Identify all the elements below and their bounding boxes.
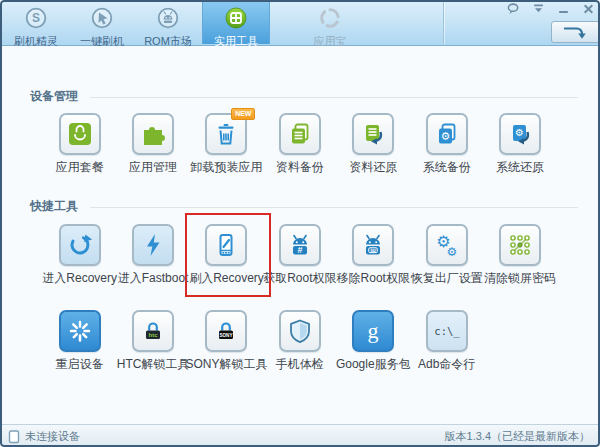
tool-item-remove-root[interactable]: su 移除Root权限 bbox=[337, 224, 410, 287]
sony-lock-icon: SONY bbox=[213, 318, 239, 344]
tool-item-label: Adb命令行 bbox=[418, 356, 475, 373]
tool-item-factory-reset[interactable]: ⚙ ⚙ 恢复出厂设置 bbox=[410, 224, 483, 287]
phone-flash-icon bbox=[213, 232, 239, 258]
tool-item-get-root[interactable]: # 获取Root权限 bbox=[263, 224, 336, 287]
tool-item-clear-lock-pattern[interactable]: 清除锁屏密码 bbox=[483, 224, 556, 287]
tool-item-label: 资料备份 bbox=[276, 159, 324, 176]
cursor-icon bbox=[91, 7, 113, 29]
puzzle-piece-icon bbox=[140, 121, 166, 147]
htc-lock-icon: htc bbox=[140, 318, 166, 344]
svg-text:g: g bbox=[368, 318, 379, 343]
tab-rom-market[interactable]: ROM市场 bbox=[135, 1, 201, 44]
system-restore-icon: ⚙ bbox=[507, 121, 533, 147]
tab-app-store[interactable]: 应用宝 bbox=[297, 1, 363, 44]
tool-item-label: 卸载预装应用 bbox=[190, 159, 262, 176]
shopping-bag-icon bbox=[67, 121, 93, 147]
refresh-circle-icon bbox=[67, 232, 93, 258]
nav-divider bbox=[443, 1, 444, 44]
version-info: 版本1.3.4（已经是最新版本） bbox=[445, 425, 590, 447]
tool-item-htc-unlock[interactable]: htc HTC解锁工具 bbox=[116, 310, 189, 373]
tool-item-label: 系统备份 bbox=[423, 159, 471, 176]
feedback-icon[interactable] bbox=[505, 2, 521, 15]
pattern-lock-icon bbox=[507, 232, 533, 258]
restart-burst-icon bbox=[67, 318, 93, 344]
tool-item-label: 系统还原 bbox=[496, 159, 544, 176]
tool-item-restart-device[interactable]: 重启设备 bbox=[43, 310, 116, 373]
tool-item-label: 进入Fastboot bbox=[118, 270, 189, 287]
menu-icon[interactable] bbox=[530, 2, 546, 15]
tab-one-key-flash[interactable]: 一键刷机 bbox=[69, 1, 135, 44]
tool-item-enter-recovery[interactable]: 进入Recovery bbox=[43, 224, 116, 287]
tool-item-label: 资料还原 bbox=[349, 159, 397, 176]
main-content: 设备管理 应用套餐 应用管理 bbox=[0, 46, 600, 424]
svg-text:S: S bbox=[32, 11, 40, 25]
section-title-quick-tools: 快捷工具 bbox=[30, 198, 78, 215]
android-root-icon: # bbox=[287, 232, 313, 258]
minimize-icon[interactable] bbox=[555, 2, 571, 15]
tool-item-app-bundle[interactable]: 应用套餐 bbox=[43, 113, 116, 176]
gears-icon: ⚙ ⚙ bbox=[434, 232, 460, 258]
tool-item-label: 获取Root权限 bbox=[263, 270, 336, 287]
documents-backup-icon bbox=[287, 121, 313, 147]
version-text: 版本1.3.4（已经是最新版本） bbox=[445, 429, 590, 444]
phone-icon bbox=[8, 430, 20, 444]
swirl-icon bbox=[319, 7, 341, 29]
status-bar: 未连接设备 版本1.3.4（已经是最新版本） bbox=[0, 424, 600, 447]
svg-text:⚙: ⚙ bbox=[515, 127, 524, 138]
command-prompt-icon: c:\_ bbox=[432, 318, 462, 344]
tool-item-data-backup[interactable]: 资料备份 bbox=[263, 113, 336, 176]
shield-icon bbox=[287, 318, 313, 344]
tool-item-adb-commandline[interactable]: c:\_ Adb命令行 bbox=[410, 310, 483, 373]
tool-item-label: Google服务包 bbox=[336, 356, 411, 373]
tool-item-system-restore[interactable]: ⚙ 系统还原 bbox=[483, 113, 556, 176]
window-controls bbox=[505, 2, 596, 15]
tool-item-system-backup[interactable]: ⚙ 系统备份 bbox=[410, 113, 483, 176]
section-title-device-management: 设备管理 bbox=[30, 88, 78, 105]
svg-text:su: su bbox=[370, 248, 376, 253]
trash-can-icon bbox=[213, 121, 239, 147]
s-logo-icon: S bbox=[25, 7, 47, 29]
tool-item-label: SONY解锁工具 bbox=[185, 356, 267, 373]
tool-item-data-restore[interactable]: 资料还原 bbox=[337, 113, 410, 176]
section-divider bbox=[90, 97, 578, 98]
tab-utilities[interactable]: 实用工具 bbox=[202, 1, 270, 44]
android-unroot-icon: su bbox=[360, 232, 386, 258]
app-window: S 刷机精灵 一键刷机 ROM市场 bbox=[0, 0, 600, 447]
svg-text:#: # bbox=[297, 245, 302, 255]
lightning-bolt-icon bbox=[140, 232, 166, 258]
grid-icon bbox=[225, 7, 247, 29]
tool-item-sony-unlock[interactable]: SONY SONY解锁工具 bbox=[190, 310, 263, 373]
device-status-text: 未连接设备 bbox=[25, 429, 80, 444]
tool-item-uninstall-preinstalled[interactable]: NEW 卸载预装应用 bbox=[190, 113, 263, 176]
new-badge: NEW bbox=[231, 108, 255, 120]
svg-text:⚙: ⚙ bbox=[446, 245, 457, 259]
tool-item-google-services[interactable]: g Google服务包 bbox=[337, 310, 410, 373]
collapse-button[interactable] bbox=[551, 21, 600, 43]
tab-flash-wizard[interactable]: S 刷机精灵 bbox=[3, 1, 69, 44]
tool-item-label: 手机体检 bbox=[276, 356, 324, 373]
tool-item-label: 恢复出厂设置 bbox=[411, 270, 483, 287]
tool-item-app-manager[interactable]: 应用管理 bbox=[116, 113, 189, 176]
quick-tools-row-1: 进入Recovery 进入Fastboot bbox=[43, 224, 557, 287]
android-icon bbox=[157, 7, 179, 29]
tool-item-label: 进入Recovery bbox=[42, 270, 117, 287]
svg-text:htc: htc bbox=[149, 332, 159, 338]
svg-text:c:\_: c:\_ bbox=[434, 325, 460, 338]
tool-item-phone-checkup[interactable]: 手机体检 bbox=[263, 310, 336, 373]
section-divider bbox=[90, 207, 578, 208]
tool-item-label: 重启设备 bbox=[56, 356, 104, 373]
tool-item-flash-recovery[interactable]: 刷入Recovery bbox=[190, 224, 263, 287]
quick-tools-row-2: 重启设备 htc HTC解锁工具 SONY bbox=[43, 310, 483, 373]
tool-item-label: 刷入Recovery bbox=[189, 270, 264, 287]
nav-bar: S 刷机精灵 一键刷机 ROM市场 bbox=[0, 0, 600, 46]
curved-arrow-icon bbox=[561, 24, 591, 40]
svg-text:⚙: ⚙ bbox=[440, 130, 450, 142]
close-icon[interactable] bbox=[580, 2, 596, 15]
document-restore-icon bbox=[360, 121, 386, 147]
svg-text:SONY: SONY bbox=[220, 333, 233, 338]
tool-item-label: 应用套餐 bbox=[56, 159, 104, 176]
tool-item-label: 应用管理 bbox=[129, 159, 177, 176]
tool-item-enter-fastboot[interactable]: 进入Fastboot bbox=[116, 224, 189, 287]
tool-item-label: 清除锁屏密码 bbox=[484, 270, 556, 287]
tool-item-label: HTC解锁工具 bbox=[117, 356, 190, 373]
